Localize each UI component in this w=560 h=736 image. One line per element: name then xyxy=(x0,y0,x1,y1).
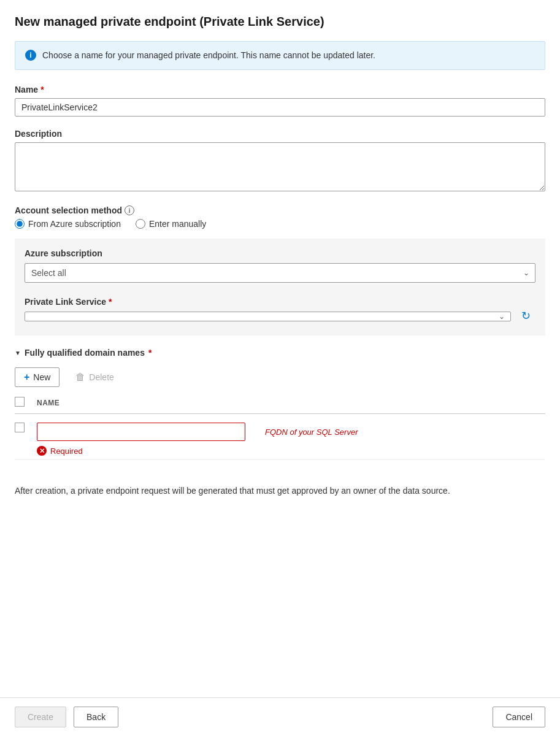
description-input[interactable] xyxy=(15,142,545,191)
account-selection-info-icon[interactable]: i xyxy=(125,205,134,215)
new-button-label: New xyxy=(33,372,50,382)
radio-manual-input[interactable] xyxy=(136,219,145,229)
radio-from-azure[interactable]: From Azure subscription xyxy=(15,219,121,229)
azure-subscription-select-wrapper: Select all ⌄ xyxy=(25,263,535,283)
azure-subscription-label: Azure subscription xyxy=(25,248,535,258)
azure-subscription-value: Select all xyxy=(31,268,66,278)
fqdn-error-row: ✕ Required xyxy=(37,446,545,456)
private-link-service-row: Private Link Service * ⌄ ↻ xyxy=(25,293,535,326)
delete-button: 🗑 Delete xyxy=(67,367,122,387)
header-checkbox-cell xyxy=(15,397,37,408)
private-link-service-label: Private Link Service * xyxy=(25,297,511,307)
info-icon: i xyxy=(25,50,36,61)
bottom-left-buttons: Create Back xyxy=(15,707,118,727)
back-button[interactable]: Back xyxy=(74,707,118,727)
create-button: Create xyxy=(15,707,66,727)
bottom-bar: Create Back Cancel xyxy=(0,697,560,736)
description-label: Description xyxy=(15,129,545,139)
row-checkbox-cell xyxy=(15,423,37,434)
fqdn-hint-text: FQDN of your SQL Server xyxy=(265,427,358,437)
pls-required-asterisk: * xyxy=(109,297,112,307)
azure-subscription-select[interactable]: Select all ⌄ xyxy=(25,263,535,283)
info-box: i Choose a name for your managed private… xyxy=(15,41,545,70)
fqdn-table: NAME FQDN of your SQL Server ✕ Required xyxy=(15,397,545,460)
pls-select[interactable]: ⌄ xyxy=(25,312,511,321)
radio-azure-label: From Azure subscription xyxy=(28,219,121,229)
table-row: FQDN of your SQL Server ✕ Required xyxy=(15,419,545,460)
plus-icon: + xyxy=(24,372,29,383)
description-field-group: Description xyxy=(15,129,545,193)
page-title: New managed private endpoint (Private Li… xyxy=(15,15,545,29)
fqdn-required-asterisk: * xyxy=(148,348,152,358)
name-field-group: Name * xyxy=(15,85,545,117)
subscription-section: Azure subscription Select all ⌄ Private … xyxy=(15,239,545,335)
fqdn-toolbar: + New 🗑 Delete xyxy=(15,367,545,387)
fqdn-section: ▼ Fully qualified domain names * + New 🗑… xyxy=(15,348,545,460)
table-header-row: NAME xyxy=(15,397,545,414)
header-checkbox[interactable] xyxy=(15,397,25,407)
radio-manual-label: Enter manually xyxy=(149,219,206,229)
footer-note: After creation, a private endpoint reque… xyxy=(15,485,545,497)
name-required-asterisk: * xyxy=(40,85,44,94)
radio-azure-input[interactable] xyxy=(15,219,25,229)
radio-enter-manually[interactable]: Enter manually xyxy=(136,219,206,229)
delete-button-label: Delete xyxy=(89,372,113,382)
fqdn-section-label: Fully qualified domain names xyxy=(25,348,145,358)
cancel-button[interactable]: Cancel xyxy=(493,707,545,727)
refresh-button[interactable]: ↻ xyxy=(516,306,535,326)
radio-group: From Azure subscription Enter manually xyxy=(15,219,545,229)
account-selection-label: Account selection method i xyxy=(15,205,545,215)
azure-subscription-chevron: ⌄ xyxy=(523,269,529,277)
table-col-name-header: NAME xyxy=(37,399,59,407)
pls-select-wrapper: ⌄ xyxy=(25,312,511,321)
account-selection-group: Account selection method i From Azure su… xyxy=(15,205,545,335)
fqdn-section-header: ▼ Fully qualified domain names * xyxy=(15,348,545,358)
error-icon: ✕ xyxy=(37,446,47,456)
name-input[interactable] xyxy=(15,98,545,117)
fqdn-input[interactable] xyxy=(37,423,245,441)
fqdn-input-cell: FQDN of your SQL Server ✕ Required xyxy=(37,423,545,456)
trash-icon: 🗑 xyxy=(75,372,85,383)
collapse-triangle-icon[interactable]: ▼ xyxy=(15,350,21,356)
new-button[interactable]: + New xyxy=(15,367,59,387)
name-label: Name * xyxy=(15,85,545,94)
row-checkbox[interactable] xyxy=(15,423,25,432)
refresh-icon: ↻ xyxy=(521,309,531,323)
info-box-text: Choose a name for your managed private e… xyxy=(42,49,375,62)
required-error-text: Required xyxy=(50,447,83,456)
pls-chevron: ⌄ xyxy=(499,312,505,321)
